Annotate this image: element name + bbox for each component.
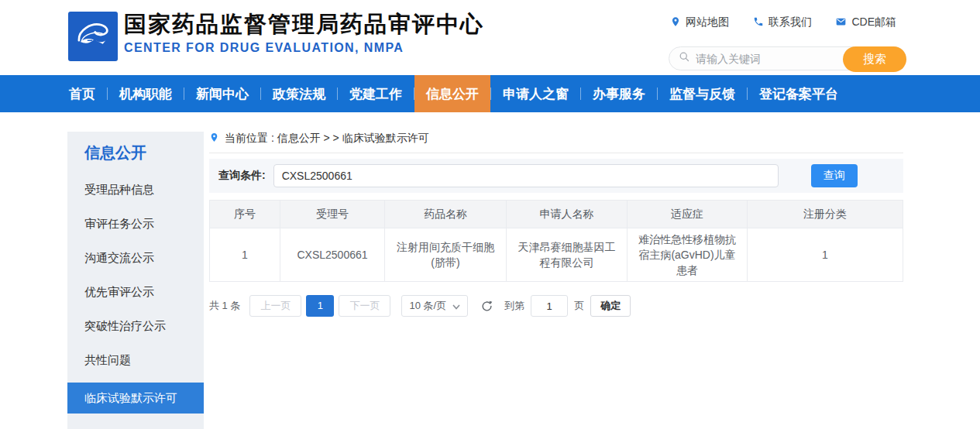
cell-indication: 难治性急性移植物抗宿主病(aGvHD)儿童患者: [628, 228, 748, 282]
confirm-button[interactable]: 确定: [590, 295, 631, 317]
col-header-indication: 适应症: [628, 201, 748, 228]
site-header: 国家药品监督管理局药品审评中心 CENTER FOR DRUG EVALUATI…: [0, 0, 980, 75]
cell-registration-class: 1: [748, 228, 903, 282]
cell-drug-name: 注射用间充质干细胞(脐带): [385, 228, 507, 282]
sitemap-link-label: 网站地图: [686, 15, 729, 29]
query-condition-input[interactable]: [273, 164, 779, 187]
sidebar-item-marketed-drug-info[interactable]: 上市药品信息: [67, 419, 204, 429]
prev-page-button[interactable]: 上一页: [249, 295, 301, 317]
location-pin-icon: [670, 16, 681, 29]
query-button[interactable]: 查询: [811, 164, 858, 187]
chevron-down-icon: [452, 300, 460, 312]
nav-item-org-functions[interactable]: 机构职能: [108, 75, 184, 112]
nav-item-home[interactable]: 首页: [57, 75, 107, 112]
eagle-swoosh-icon: [70, 12, 115, 60]
sidebar: 信息公开 受理品种信息 审评任务公示 沟通交流公示 优先审评公示 突破性治疗公示…: [67, 132, 204, 429]
sidebar-item-common-issues[interactable]: 共性问题: [67, 343, 204, 377]
refresh-icon[interactable]: [480, 300, 493, 313]
cell-acceptance-no: CXSL2500661: [280, 228, 385, 282]
total-count-label: 共 1 条: [209, 299, 240, 313]
page-size-value: 10 条/页: [409, 299, 446, 313]
results-table: 序号 受理号 药品名称 申请人名称 适应症 注册分类 1 CXSL2500661…: [209, 200, 903, 282]
goto-page-label: 到第: [504, 299, 524, 313]
nav-item-news-center[interactable]: 新闻中心: [184, 75, 260, 112]
search-button[interactable]: 搜索: [843, 46, 906, 72]
pagination: 共 1 条 上一页 1 下一页 10 条/页 到第 页 确定: [209, 295, 903, 317]
col-header-acceptance-no: 受理号: [280, 201, 385, 228]
nav-item-info-disclosure[interactable]: 信息公开: [414, 75, 490, 112]
site-subtitle: CENTER FOR DRUG EVALUATION, NMPA: [124, 41, 484, 55]
phone-icon: [753, 16, 764, 29]
next-page-button[interactable]: 下一页: [339, 295, 390, 317]
col-header-applicant: 申请人名称: [507, 201, 628, 228]
sidebar-item-breakthrough-therapy[interactable]: 突破性治疗公示: [67, 309, 204, 343]
table-header-row: 序号 受理号 药品名称 申请人名称 适应症 注册分类: [210, 201, 903, 228]
brand-block: 国家药品监督管理局药品审评中心 CENTER FOR DRUG EVALUATI…: [124, 11, 484, 55]
sidebar-title: 信息公开: [67, 132, 204, 173]
main-content: 当前位置 : 信息公开 > > 临床试验默示许可 查询条件: 查询 序号 受理号…: [209, 132, 903, 317]
col-header-seq: 序号: [210, 201, 280, 228]
cell-applicant: 天津昂赛细胞基因工程有限公司: [507, 228, 628, 282]
header-quick-links: 网站地图 联系我们 CDE邮箱: [670, 15, 896, 29]
sidebar-item-communication[interactable]: 沟通交流公示: [67, 241, 204, 275]
contact-us-link[interactable]: 联系我们: [753, 15, 812, 29]
page-size-select[interactable]: 10 条/页: [401, 295, 468, 317]
cell-seq: 1: [210, 228, 280, 282]
main-nav: 首页 机构职能 新闻中心 政策法规 党建工作 信息公开 申请人之窗 办事服务 监…: [0, 75, 980, 112]
goto-page-input[interactable]: [531, 295, 568, 317]
breadcrumb-pin-icon: [209, 132, 219, 146]
nav-item-policies[interactable]: 政策法规: [261, 75, 337, 112]
nav-item-registration-platform[interactable]: 登记备案平台: [748, 75, 850, 112]
query-condition-label: 查询条件:: [218, 169, 266, 183]
sidebar-item-review-tasks[interactable]: 审评任务公示: [67, 207, 204, 241]
page-number-button[interactable]: 1: [306, 295, 334, 317]
nav-item-supervision-feedback[interactable]: 监督与反馈: [658, 75, 747, 112]
breadcrumb-text: 当前位置 : 信息公开 > > 临床试验默示许可: [225, 132, 429, 146]
sitemap-link[interactable]: 网站地图: [670, 15, 729, 29]
goto-page-unit: 页: [574, 299, 584, 313]
site-search: 搜索: [669, 46, 906, 70]
sidebar-item-clinical-trial-implied-license[interactable]: 临床试验默示许可: [67, 383, 204, 414]
site-title: 国家药品监督管理局药品审评中心: [124, 11, 484, 37]
search-icon: [679, 51, 690, 66]
sidebar-item-accepted-varieties[interactable]: 受理品种信息: [67, 173, 204, 207]
sidebar-item-priority-review[interactable]: 优先审评公示: [67, 275, 204, 309]
envelope-icon: [835, 16, 847, 29]
col-header-registration-class: 注册分类: [748, 201, 903, 228]
cde-mailbox-link[interactable]: CDE邮箱: [835, 15, 896, 29]
nav-item-party-building[interactable]: 党建工作: [338, 75, 414, 112]
contact-us-link-label: 联系我们: [769, 15, 812, 29]
nav-item-applicant-window[interactable]: 申请人之窗: [491, 75, 580, 112]
breadcrumb: 当前位置 : 信息公开 > > 临床试验默示许可: [209, 132, 903, 153]
col-header-drug-name: 药品名称: [385, 201, 507, 228]
nav-item-services[interactable]: 办事服务: [581, 75, 657, 112]
table-row: 1 CXSL2500661 注射用间充质干细胞(脐带) 天津昂赛细胞基因工程有限…: [210, 228, 903, 282]
cde-mailbox-link-label: CDE邮箱: [851, 15, 896, 29]
cde-logo: [68, 12, 118, 61]
query-bar: 查询条件: 查询: [209, 159, 903, 193]
